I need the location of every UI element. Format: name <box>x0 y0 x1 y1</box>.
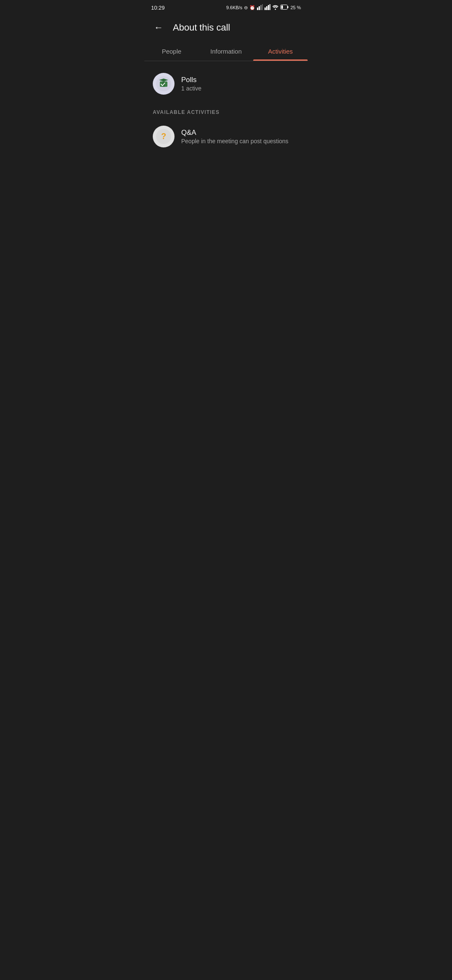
wifi-icon <box>272 4 279 11</box>
svg-rect-2 <box>260 5 262 10</box>
polls-title: Polls <box>181 76 201 84</box>
svg-rect-9 <box>281 5 283 9</box>
header: ← About this call <box>144 15 308 42</box>
signal-icon <box>257 4 263 11</box>
svg-text:?: ? <box>161 132 166 141</box>
qa-icon: ? <box>153 126 175 147</box>
svg-rect-6 <box>268 5 269 10</box>
svg-rect-5 <box>266 6 267 10</box>
polls-subtitle: 1 active <box>181 85 201 92</box>
battery-percent: 25 % <box>290 5 301 10</box>
svg-rect-0 <box>257 8 258 10</box>
battery-icon <box>280 5 289 10</box>
qa-subtitle: People in the meeting can post questions <box>181 138 288 144</box>
tab-people[interactable]: People <box>144 42 199 61</box>
tab-information[interactable]: Information <box>199 42 253 61</box>
tab-activities[interactable]: Activities <box>253 42 308 61</box>
signal-icon-2 <box>265 4 270 11</box>
svg-rect-10 <box>288 6 288 8</box>
back-arrow-icon: ← <box>154 22 163 33</box>
available-activities-header: AVAILABLE ACTIVITIES <box>153 109 220 115</box>
qa-item[interactable]: ? Q&A People in the meeting can post que… <box>144 121 308 152</box>
network-speed: 9.6KB/s <box>226 5 242 10</box>
svg-rect-1 <box>259 6 260 10</box>
back-button[interactable]: ← <box>151 20 166 35</box>
status-icons: 9.6KB/s ⊖ ⏰ <box>226 4 301 11</box>
svg-rect-7 <box>270 4 270 10</box>
tab-active-indicator <box>253 59 308 61</box>
minus-icon: ⊖ <box>244 5 248 10</box>
activities-content: Polls 1 active AVAILABLE ACTIVITIES ? Q&… <box>144 61 308 159</box>
svg-rect-4 <box>265 8 266 10</box>
polls-text: Polls 1 active <box>181 76 201 92</box>
available-activities-section: AVAILABLE ACTIVITIES <box>144 100 308 121</box>
polls-item[interactable]: Polls 1 active <box>144 68 308 100</box>
tabs-container: People Information Activities <box>144 42 308 61</box>
alarm-icon: ⏰ <box>249 5 255 10</box>
status-bar: 10:29 9.6KB/s ⊖ ⏰ <box>144 0 308 15</box>
status-time: 10:29 <box>151 5 165 11</box>
svg-rect-3 <box>262 4 263 10</box>
polls-icon <box>153 73 175 95</box>
page-title: About this call <box>173 22 230 33</box>
qa-title: Q&A <box>181 129 288 137</box>
qa-text: Q&A People in the meeting can post quest… <box>181 129 288 144</box>
